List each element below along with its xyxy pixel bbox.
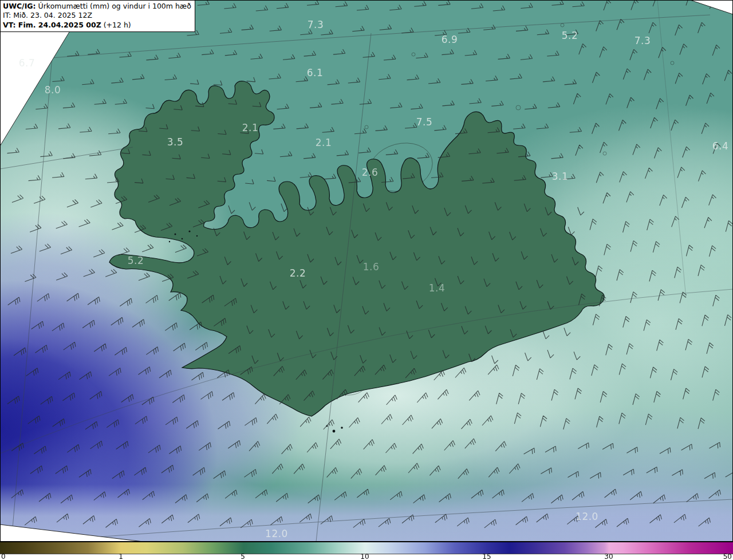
colorbar-tick-labels: 01510153050 [0, 554, 733, 560]
colorbar-tick: 1 [119, 553, 123, 560]
colorbar-tick: 50 [723, 553, 732, 560]
colorbar-tick: 5 [241, 553, 245, 560]
colorbar-tick: 10 [360, 553, 369, 560]
colorbar-tick: 0 [1, 553, 6, 560]
valid-time-line: VT: Fim. 24.04.2025 00Z (+12 h) [3, 21, 191, 30]
weather-map-screenshot: 6.78.03.52.12.17.36.12.67.56.95.27.33.16… [0, 0, 733, 560]
init-time-line: IT: Mið. 23. 04. 2025 12Z [3, 11, 191, 20]
title-line-1: UWC/IG: Úrkomumætti (mm) og vindur i 100… [3, 2, 191, 11]
colorbar-tick: 15 [482, 553, 491, 560]
title-box: UWC/IG: Úrkomumætti (mm) og vindur i 100… [0, 0, 195, 32]
colorbar-tick: 30 [604, 553, 613, 560]
precipitation-wind-map [0, 0, 733, 542]
